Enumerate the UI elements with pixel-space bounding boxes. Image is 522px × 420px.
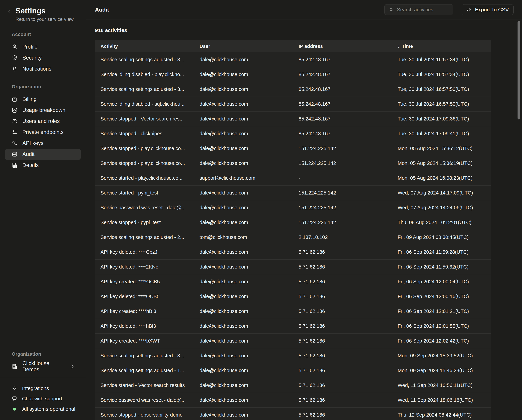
export-csv-button[interactable]: Export To CSV: [462, 4, 514, 15]
activities-count: 918 activities: [95, 27, 491, 33]
table-row: Service scaling settings adjusted - 1...…: [95, 363, 491, 378]
table-row: Service scaling settings adjusted - 3...…: [95, 348, 491, 363]
cell-ip: 85.242.48.167: [293, 86, 392, 92]
cell-user: dale@clickhouse.com: [194, 412, 293, 418]
topbar: Audit Export To CSV: [86, 0, 522, 19]
cell-activity: Service stopped - play.clickhouse.co...: [95, 160, 194, 166]
cell-ip: 5.71.62.186: [293, 382, 392, 388]
cell-activity: Service started - pypi_test: [95, 190, 194, 196]
sidebar-item-label: Details: [22, 162, 39, 168]
column-label: Activity: [100, 44, 118, 49]
cell-activity: API key deleted: ****2KNc: [95, 264, 194, 270]
cell-time: Wed, 07 Aug 2024 14:17:09(UTC): [392, 190, 491, 196]
table-row: Service password was reset - dale@... da…: [95, 393, 491, 408]
arrows-left-right-icon: [11, 129, 18, 135]
org-switcher-name: ClickHouse Demos: [22, 360, 64, 373]
status-label: All systems operational: [22, 406, 75, 412]
sidebar-item-audit[interactable]: Audit: [5, 149, 81, 160]
cell-ip: 5.71.62.186: [293, 338, 392, 344]
cell-user: dale@clickhouse.com: [194, 190, 293, 196]
cell-activity: Service stopped - pypi_test: [95, 220, 194, 225]
cell-activity: Service password was reset - dale@...: [95, 205, 194, 210]
sidebar-item-integrations[interactable]: Integrations: [5, 383, 81, 394]
sidebar-bottom: Organization ClickHouse Demos Integratio…: [0, 351, 86, 414]
cell-time: Fri, 06 Sep 2024 11:59:28(UTC): [392, 249, 491, 255]
cell-user: dale@clickhouse.com: [194, 220, 293, 225]
table-row: API key deleted: ****OCB5 dale@clickhous…: [95, 289, 491, 304]
sidebar-item-label: Security: [22, 55, 42, 61]
cell-activity: API key deleted: ****CbzJ: [95, 249, 194, 255]
sidebar-item-usage-breakdown[interactable]: Usage breakdown: [5, 105, 81, 116]
column-header-user[interactable]: User: [194, 44, 293, 49]
cell-ip: 5.71.62.186: [293, 264, 392, 270]
cell-user: dale@clickhouse.com: [194, 146, 293, 151]
org-switcher[interactable]: ClickHouse Demos: [5, 361, 81, 372]
search-input[interactable]: [397, 7, 449, 13]
sidebar-item-details[interactable]: Details: [5, 160, 81, 171]
column-header-activity[interactable]: Activity: [95, 44, 194, 49]
cell-activity: Service idling disabled - sql.clickhou..…: [95, 101, 194, 107]
cell-user: dale@clickhouse.com: [194, 368, 293, 373]
sidebar-item-billing[interactable]: Billing: [5, 94, 81, 105]
export-csv-label: Export To CSV: [475, 7, 509, 13]
cell-activity: API key created: ****hBl3: [95, 308, 194, 314]
scrollbar-thumb[interactable]: [518, 21, 520, 119]
cell-time: Tue, 30 Jul 2024 17:09:41(UTC): [392, 131, 491, 137]
cell-time: Mon, 05 Aug 2024 15:36:12(UTC): [392, 146, 491, 151]
search-icon: [389, 7, 394, 12]
share-arrow-icon: [467, 7, 472, 12]
cell-ip: 151.224.225.142: [293, 190, 392, 196]
main-area: Audit Export To CSV 918 activities Activ…: [86, 0, 522, 420]
section-label-organization: Organization: [0, 84, 86, 90]
cell-user: dale@clickhouse.com: [194, 116, 293, 122]
table-row: Service scaling settings adjusted - 3...…: [95, 82, 491, 97]
back-button[interactable]: [7, 9, 12, 15]
sidebar-item-notifications[interactable]: Notifications: [5, 63, 81, 74]
sidebar-item-security[interactable]: Security: [5, 52, 81, 63]
column-header-time[interactable]: ↓ Time: [392, 44, 491, 49]
cell-time: Tue, 30 Jul 2024 16:57:50(UTC): [392, 101, 491, 107]
table-row: Service started - pypi_test dale@clickho…: [95, 186, 491, 200]
usage-chart-icon: [11, 107, 18, 113]
page-subtitle: Return to your service view: [15, 16, 74, 22]
page-title: Settings: [15, 7, 74, 15]
cell-time: Mon, 05 Aug 2024 15:36:19(UTC): [392, 160, 491, 166]
cell-user: dale@clickhouse.com: [194, 205, 293, 210]
cell-activity: Service stopped - observability-demo: [95, 412, 194, 418]
sidebar-item-label: Profile: [22, 44, 38, 50]
system-status[interactable]: All systems operational: [5, 404, 81, 414]
cell-ip: 5.71.62.186: [293, 323, 392, 329]
table-row: Service started - Vector search results …: [95, 378, 491, 393]
cell-time: Mon, 05 Aug 2024 16:08:23(UTC): [392, 175, 491, 181]
cell-user: dale@clickhouse.com: [194, 353, 293, 358]
table-row: Service stopped - pypi_test dale@clickho…: [95, 215, 491, 230]
cell-user: dale@clickhouse.com: [194, 397, 293, 403]
sidebar-item-users-and-roles[interactable]: Users and roles: [5, 116, 81, 127]
sidebar-item-profile[interactable]: Profile: [5, 41, 81, 52]
cell-activity: API key deleted: ****OCB5: [95, 294, 194, 299]
audit-table: Activity User IP address ↓ Time Service …: [95, 40, 491, 420]
status-dot-green-icon: [13, 408, 16, 411]
cell-activity: Service stopped - Vector search res...: [95, 116, 194, 122]
cell-ip: 151.224.225.142: [293, 160, 392, 166]
cell-ip: 85.242.48.167: [293, 116, 392, 122]
sidebar-item-private-endpoints[interactable]: Private endpoints: [5, 127, 81, 138]
cell-activity: API key deleted: ****hBl3: [95, 323, 194, 329]
chevron-right-icon: [69, 363, 76, 370]
sidebar-item-api-keys[interactable]: API keys: [5, 138, 81, 149]
cell-user: dale@clickhouse.com: [194, 160, 293, 166]
sidebar-item-label: Private endpoints: [22, 129, 64, 135]
cell-ip: 85.242.48.167: [293, 101, 392, 107]
column-header-ip[interactable]: IP address: [293, 44, 392, 49]
search-box: [384, 4, 453, 15]
cell-activity: Service scaling settings adjusted - 1...: [95, 368, 194, 373]
cell-activity: API key created: ****bXWT: [95, 338, 194, 344]
table-header-row: Activity User IP address ↓ Time: [95, 40, 491, 52]
cell-time: Fri, 06 Sep 2024 12:01:21(UTC): [392, 308, 491, 314]
table-row: Service scaling settings adjusted - 2...…: [95, 230, 491, 245]
sidebar-item-chat-support[interactable]: Chat with support: [5, 394, 81, 404]
sidebar-title-block: Settings Return to your service view: [15, 7, 74, 22]
table-row: Service stopped - Vector search res... d…: [95, 112, 491, 126]
cell-ip: 151.224.225.142: [293, 220, 392, 225]
sort-descending-icon: ↓: [398, 44, 400, 49]
